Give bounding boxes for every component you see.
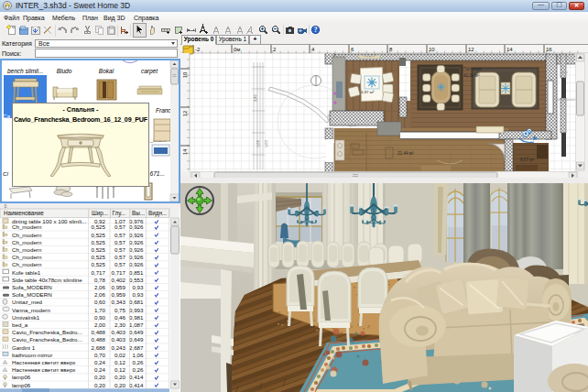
svg-text:Гостиная: Гостиная <box>463 67 482 71</box>
svg-text:42,02 м²: 42,02 м² <box>463 73 480 78</box>
svg-text:0,20: 0,20 <box>94 382 106 388</box>
svg-text:0,414: 0,414 <box>129 382 144 388</box>
svg-text:Ch_modern: Ch_modern <box>12 254 42 260</box>
svg-text:0,851: 0,851 <box>129 269 144 276</box>
svg-text:bathroom-mirror: bathroom-mirror <box>12 352 52 358</box>
svg-text:Ch_modern: Ch_modern <box>12 261 42 267</box>
svg-text:0,12: 0,12 <box>114 359 126 365</box>
svg-text:0,525: 0,525 <box>92 239 106 245</box>
svg-text:0,57: 0,57 <box>114 254 126 260</box>
svg-text:Sofa_MODERN: Sofa_MODERN <box>12 291 52 298</box>
svg-text:Bokal: Bokal <box>99 68 114 74</box>
svg-text:Настенная светит вверх: Настенная светит вверх <box>12 366 76 373</box>
svg-text:4,87 м²: 4,87 м² <box>361 90 375 94</box>
svg-text:Видн...: Видн... <box>148 210 167 217</box>
svg-text:Cavio_Francheska_Bedro...: Cavio_Francheska_Bedro... <box>12 329 82 335</box>
svg-text:10: 10 <box>182 71 188 78</box>
svg-text:Ch_modern: Ch_modern <box>12 232 42 238</box>
svg-text:0,525: 0,525 <box>92 232 106 238</box>
svg-text:0,525: 0,525 <box>92 246 106 253</box>
svg-text:0,93: 0,93 <box>132 284 144 290</box>
svg-text:10: 10 <box>429 47 435 52</box>
svg-text:12: 12 <box>468 47 474 52</box>
svg-text:Шир...: Шир... <box>92 210 108 217</box>
svg-text:0,993: 0,993 <box>129 307 144 313</box>
svg-text:0,649: 0,649 <box>129 336 144 343</box>
svg-text:0,60: 0,60 <box>94 299 106 305</box>
svg-text:0,57: 0,57 <box>114 223 126 230</box>
svg-text:0,959: 0,959 <box>112 284 126 290</box>
svg-text:Gardini 1: Gardini 1 <box>12 344 36 351</box>
svg-text:0,75: 0,75 <box>114 307 126 313</box>
svg-text:0,57: 0,57 <box>114 232 126 238</box>
svg-text:0,525: 0,525 <box>92 261 106 267</box>
svg-text:Ca: Ca <box>3 113 10 119</box>
svg-text:0,93: 0,93 <box>132 291 144 298</box>
svg-text:0,26: 0,26 <box>132 366 144 373</box>
svg-text:0м: 0м <box>234 47 240 52</box>
svg-text:Ch_modern: Ch_modern <box>12 246 42 253</box>
svg-text:0,926: 0,926 <box>129 261 144 267</box>
svg-text:Kofe table1: Kofe table1 <box>12 269 41 276</box>
svg-text:Side table 40x78cm slimline: Side table 40x78cm slimline <box>12 277 82 283</box>
svg-text:0,20: 0,20 <box>114 382 126 388</box>
svg-text:carpet: carpet <box>141 68 158 75</box>
svg-text:0,717: 0,717 <box>112 269 126 276</box>
svg-text:0,20: 0,20 <box>114 374 126 380</box>
svg-text:0,343: 0,343 <box>112 299 126 305</box>
svg-text:21,44 м²: 21,44 м² <box>397 151 414 156</box>
svg-text:Vanna_modern: Vanna_modern <box>12 307 50 313</box>
svg-text:14: 14 <box>506 47 513 52</box>
svg-text:Наименование: Наименование <box>4 210 44 216</box>
svg-text:2,687: 2,687 <box>129 344 144 351</box>
svg-text:Unitaz_med: Unitaz_med <box>12 299 43 305</box>
svg-text:Настенная светит вверх: Настенная светит вверх <box>12 359 76 365</box>
svg-text:Cl: Cl <box>3 170 8 177</box>
svg-text:0,243: 0,243 <box>112 344 126 351</box>
svg-text:Ch_modern: Ch_modern <box>12 223 42 230</box>
svg-text:0,717: 0,717 <box>92 269 106 276</box>
svg-text:-2: -2 <box>195 47 201 52</box>
svg-text:lamp06: lamp06 <box>12 382 31 388</box>
svg-text:2,40: 2,40 <box>253 93 257 102</box>
svg-text:2,00: 2,00 <box>94 321 106 328</box>
svg-text:0,57: 0,57 <box>114 239 126 245</box>
svg-text:2,06: 2,06 <box>94 291 106 298</box>
svg-text:0,649: 0,649 <box>129 329 144 335</box>
svg-text:2,688: 2,688 <box>92 344 106 351</box>
svg-text:0,926: 0,926 <box>129 232 144 238</box>
svg-text:1,087: 1,087 <box>129 321 144 328</box>
svg-text:0,525: 0,525 <box>92 223 106 230</box>
svg-text:Sofa_MODERN: Sofa_MODERN <box>12 284 52 290</box>
svg-text:1,70: 1,70 <box>94 307 106 313</box>
svg-text:16: 16 <box>546 47 552 52</box>
svg-text:Вы...: Вы... <box>132 210 145 216</box>
svg-text:2,30: 2,30 <box>114 321 126 328</box>
svg-text:0,488: 0,488 <box>92 329 106 335</box>
svg-text:0,681: 0,681 <box>129 299 144 305</box>
svg-text:0,70: 0,70 <box>94 352 106 358</box>
svg-text:Глу...: Глу... <box>113 210 126 217</box>
svg-text:Ch_modern: Ch_modern <box>12 239 42 245</box>
svg-text:0,20: 0,20 <box>94 374 106 380</box>
svg-text:0,02: 0,02 <box>114 352 126 358</box>
svg-text:?: ? <box>314 26 318 34</box>
svg-text:0,57: 0,57 <box>114 261 126 267</box>
svg-text:1,06: 1,06 <box>132 352 144 358</box>
svg-text:0,525: 0,525 <box>92 254 106 260</box>
svg-text:0,78: 0,78 <box>94 277 106 283</box>
svg-text:0,24: 0,24 <box>94 359 106 365</box>
svg-text:0,402: 0,402 <box>112 277 126 283</box>
svg-text:0,553: 0,553 <box>129 277 144 283</box>
svg-text:1,03: 1,03 <box>264 139 268 147</box>
svg-text:0,981: 0,981 <box>129 314 144 321</box>
svg-text:Umivalnik1: Umivalnik1 <box>12 314 40 321</box>
svg-text:2,06: 2,06 <box>94 284 106 290</box>
svg-text:0,403: 0,403 <box>112 329 126 335</box>
svg-text:Cavio_Francheska_Bedro...: Cavio_Francheska_Bedro... <box>12 336 82 343</box>
svg-text:0,488: 0,488 <box>92 336 106 343</box>
svg-text:0,414: 0,414 <box>129 374 144 380</box>
svg-text:0,12: 0,12 <box>114 366 126 373</box>
svg-text:0,926: 0,926 <box>129 239 144 245</box>
svg-text:0,959: 0,959 <box>112 291 126 298</box>
